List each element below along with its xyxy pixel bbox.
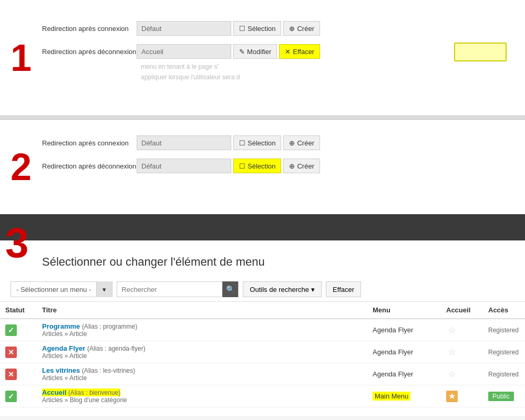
item-subtitle: Articles » Article	[42, 374, 362, 382]
acces-value: Registered	[488, 371, 519, 378]
col-accueil[interactable]: Accueil	[441, 302, 483, 319]
item-alias: (Alias : les-vitrines)	[82, 367, 135, 374]
edit-icon-1: ✎	[239, 48, 245, 56]
accueil-cell: ☆	[441, 319, 483, 341]
menu-items-table: Statut Titre Menu Accueil Accès ✓ Progra…	[0, 302, 525, 407]
item-link[interactable]: Agenda Flyer (Alias : agenda-flyer)	[42, 344, 146, 352]
menu-value: Agenda Flyer	[373, 348, 413, 356]
section3-header-bar: 3	[0, 214, 525, 240]
form-row-2-1: Redirection après connexion ☐ Sélection …	[42, 135, 504, 150]
item-link[interactable]: Les vitrines (Alias : les-vitrines)	[42, 366, 135, 374]
btn-creer-1-1[interactable]: ⊕ Créer	[283, 21, 320, 36]
menu-value: Main Menu	[373, 392, 410, 401]
btn-effacer-1[interactable]: ✕ Effacer	[279, 44, 320, 59]
input-redirect-deconnexion-1[interactable]	[137, 44, 231, 59]
menu-cell: Agenda Flyer	[367, 319, 441, 341]
col-acces[interactable]: Accès	[483, 302, 525, 319]
input-redirect-deconnexion-2[interactable]	[137, 159, 231, 173]
acces-cell: Public	[483, 385, 525, 407]
btn-creer-2-1[interactable]: ⊕ Créer	[283, 135, 320, 150]
page-icon-1: ☐	[239, 25, 245, 33]
title-cell: Programme (Alias : programme) Articles »…	[37, 319, 367, 341]
item-subtitle: Articles » Blog d'une catégorie	[42, 396, 362, 404]
item-link[interactable]: Accueil	[42, 388, 66, 396]
label-redirect-deconnexion-1: Redirection après déconnexion	[42, 48, 137, 56]
btn-creer-2-2[interactable]: ⊕ Créer	[283, 159, 320, 173]
menu-value: Agenda Flyer	[373, 370, 413, 378]
star-icon-empty[interactable]: ☆	[446, 369, 458, 380]
menu-cell: Main Menu	[367, 385, 441, 407]
table-row: ✕ Les vitrines (Alias : les-vitrines) Ar…	[0, 363, 525, 385]
btn-effacer-toolbar[interactable]: Effacer	[326, 281, 361, 297]
row2-wrapper-1: Sélectionner après déco sélectionner ou …	[42, 44, 504, 59]
title-cell: Agenda Flyer (Alias : agenda-flyer) Arti…	[37, 341, 367, 363]
btn-selection-2-1[interactable]: ☐ Sélection	[233, 135, 281, 150]
controls-2-1: ☐ Sélection ⊕ Créer	[137, 135, 320, 150]
search-input[interactable]	[117, 282, 222, 297]
item-alias: (Alias : bienvenue)	[68, 389, 120, 396]
col-titre[interactable]: Titre	[37, 302, 367, 319]
label-redirect-connexion-2: Redirection après connexion	[42, 139, 137, 147]
section-number-1: 1	[11, 39, 32, 77]
item-subtitle: Articles » Article	[42, 330, 362, 338]
status-badge-red[interactable]: ✕	[5, 346, 17, 358]
select-menu-arrow-icon[interactable]: ▾	[96, 281, 112, 297]
input-redirect-connexion-1[interactable]	[137, 21, 231, 36]
acces-value: Registered	[488, 327, 519, 334]
menu-value: Agenda Flyer	[373, 326, 413, 334]
accueil-cell: ★	[441, 385, 483, 407]
title-cell: Accueil (Alias : bienvenue) Articles » B…	[37, 385, 367, 407]
col-menu[interactable]: Menu	[367, 302, 441, 319]
acces-cell: Registered	[483, 363, 525, 385]
menu-cell: Agenda Flyer	[367, 341, 441, 363]
btn-selection-1-1[interactable]: ☐ Sélection	[233, 21, 281, 36]
status-badge-green[interactable]: ✓	[5, 324, 17, 336]
menu-cell: Agenda Flyer	[367, 363, 441, 385]
acces-value: Registered	[488, 349, 519, 356]
chevron-down-icon: ▾	[311, 286, 315, 293]
star-icon-filled[interactable]: ★	[446, 391, 458, 402]
btn-modifier-1[interactable]: ✎ Modifier	[233, 44, 277, 59]
label-redirect-deconnexion-2: Redirection après déconnexion	[42, 162, 137, 170]
page-icon-2-1: ☐	[239, 139, 245, 147]
status-badge-green[interactable]: ✓	[5, 391, 17, 402]
acces-badge-public: Public	[488, 392, 514, 401]
section3-title: Sélectionner ou changer l'élément de men…	[0, 249, 525, 277]
status-cell: ✓	[0, 385, 37, 407]
star-icon-empty[interactable]: ☆	[446, 324, 458, 336]
table-row: ✓ Programme (Alias : programme) Articles…	[0, 319, 525, 341]
select-menu[interactable]: - Sélectionner un menu - ▾	[11, 281, 112, 297]
plus-icon-2-2: ⊕	[289, 162, 295, 170]
section-1: 1 Redirection après connexion ☐ Sélectio…	[0, 0, 525, 116]
table-row: ✓ Accueil (Alias : bienvenue) Articles »…	[0, 385, 525, 407]
title-cell: Les vitrines (Alias : les-vitrines) Arti…	[37, 363, 367, 385]
btn-selection-2-2[interactable]: ☐ Sélection	[233, 159, 281, 173]
search-icon: 🔍	[226, 285, 235, 293]
section-number-2: 2	[11, 148, 32, 186]
controls-2-2: ☐ Sélection ⊕ Créer	[137, 159, 320, 173]
search-button[interactable]: 🔍	[222, 281, 238, 297]
input-redirect-connexion-2[interactable]	[137, 135, 231, 150]
item-link[interactable]: Programme (Alias : programme)	[42, 322, 137, 330]
select-menu-text: - Sélectionner un menu -	[11, 286, 96, 293]
search-box: 🔍	[117, 281, 239, 297]
table-row: ✕ Agenda Flyer (Alias : agenda-flyer) Ar…	[0, 341, 525, 363]
acces-cell: Registered	[483, 341, 525, 363]
acces-cell: Registered	[483, 319, 525, 341]
accueil-cell: ☆	[441, 341, 483, 363]
toolbar: - Sélectionner un menu - ▾ 🔍 Outils de r…	[0, 277, 525, 302]
star-icon-empty[interactable]: ☆	[446, 346, 458, 358]
page-icon-2-2: ☐	[239, 162, 245, 170]
status-cell: ✓	[0, 319, 37, 341]
plus-icon-1: ⊕	[289, 25, 295, 33]
status-cell: ✕	[0, 341, 37, 363]
status-badge-red[interactable]: ✕	[5, 369, 17, 380]
form-row-1-1: Redirection après connexion ☐ Sélection …	[42, 21, 504, 36]
form-row-1-2: Redirection après déconnexion ✎ Modifier…	[42, 44, 504, 59]
plus-icon-2-1: ⊕	[289, 139, 295, 147]
col-statut: Statut	[0, 302, 37, 319]
item-alias: (Alias : programme)	[82, 323, 137, 330]
times-icon-1: ✕	[285, 48, 291, 56]
btn-outils-recherche[interactable]: Outils de recherche ▾	[243, 281, 322, 297]
item-subtitle: Articles » Article	[42, 352, 362, 360]
